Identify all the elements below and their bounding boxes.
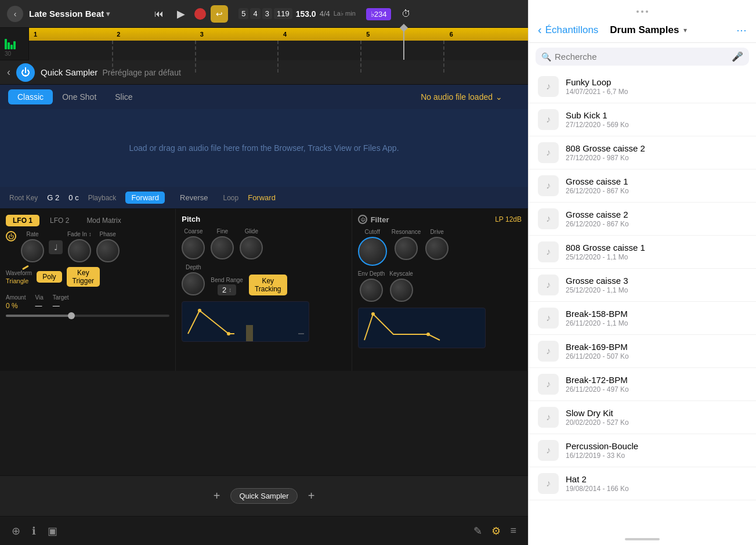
settings-icon[interactable]: ⚙ [491,525,501,537]
note-toggle[interactable]: ♩ [49,231,63,254]
mod-matrix-tab[interactable]: Mod Matrix [79,215,128,226]
list-item[interactable]: ♪ Break-158-BPM 26/11/2020 - 1,1 Mo [529,302,756,335]
add-track-left-button[interactable]: + [210,486,224,506]
glide-knob[interactable] [240,236,263,259]
bend-range-control[interactable]: 2 ↕ [218,284,236,295]
filter-title: Filter [371,215,389,224]
key-tracking-button[interactable]: KeyTracking [249,275,287,295]
beat-1: 1 [34,31,112,38]
back-button[interactable]: ‹ [7,6,23,22]
list-item[interactable]: ♪ Break-172-BPM 26/11/2020 - 497 Ko [529,368,756,401]
browser-back-button[interactable]: ‹ [538,23,542,37]
list-item[interactable]: ♪ Hat 2 19/08/2014 - 166 Ko [529,467,756,500]
play-button[interactable]: ▶ [172,5,190,23]
layout-icon[interactable]: ▣ [48,525,57,537]
file-name: Grosse caisse 3 [566,276,747,286]
loop-value[interactable]: Forward [248,193,276,202]
beat-digit-3: 3 [262,8,272,19]
keyscale-knob[interactable] [390,279,413,302]
file-icon: ♪ [538,407,559,428]
record-button[interactable] [194,8,206,20]
amount-value: 0 % [6,302,26,310]
waveform-area: Load or drag an audio file here from the… [0,109,528,187]
rate-param: Rate [21,231,44,262]
beat-digit-4: 119 [274,8,292,19]
vu-bar-1 [5,39,7,49]
sampler-area: Classic One Shot Slice No audio file loa… [0,85,528,208]
file-icon: ♪ [538,109,559,130]
file-icon: ♪ [538,175,559,196]
info-icon[interactable]: ℹ [32,525,36,537]
timeline-gold-bar: 1 2 3 4 5 6 [29,28,528,41]
list-item[interactable]: ♪ Grosse caisse 1 26/12/2020 - 867 Ko [529,169,756,203]
lfo2-tab[interactable]: LFO 2 [43,215,76,226]
project-title-chevron[interactable]: ▾ [106,10,110,18]
fade-in-knob[interactable] [68,239,91,262]
glide-param: Glide [240,228,263,259]
list-item[interactable]: ♪ 808 Grosse caisse 2 27/12/2020 - 987 K… [529,136,756,169]
resonance-knob[interactable] [395,237,418,260]
fine-knob[interactable] [211,236,234,259]
cutoff-param: Cutoff [358,229,387,266]
browser-title-chevron-icon[interactable]: ▾ [683,26,687,34]
search-input[interactable] [555,52,728,62]
env-depth-knob[interactable] [360,279,383,302]
rate-knob[interactable] [21,239,44,262]
file-icon: ♪ [538,241,559,262]
file-name: Break-169-BPM [566,342,747,352]
lfo-power-indicator[interactable]: ⏻ [6,231,16,241]
reverse-button[interactable]: Reverse [174,192,214,204]
depth-knob[interactable] [182,272,205,295]
file-name: Grosse caisse 2 [566,210,747,219]
loop-button[interactable]: ↩ [211,5,228,23]
mic-icon[interactable]: 🎤 [732,51,743,62]
file-icon: ♪ [538,440,559,461]
plugin-back-button[interactable]: ‹ [7,66,10,78]
coarse-knob[interactable] [182,236,205,259]
tempo-value: 153.0 [296,9,316,19]
via-value: — [35,302,43,310]
file-meta: 26/12/2020 - 867 Ko [566,220,747,228]
list-item[interactable]: ♪ Grosse caisse 2 26/12/2020 - 867 Ko [529,203,756,236]
beat-5: 5 [366,31,444,38]
list-item[interactable]: ♪ Funky Loop 14/07/2021 - 6,7 Mo [529,70,756,103]
file-icon: ♪ [538,308,559,329]
lfo1-tab[interactable]: LFO 1 [6,215,39,226]
pencil-icon[interactable]: ✎ [473,525,482,537]
mixer-icon[interactable]: ≡ [510,525,516,537]
forward-button[interactable]: Forward [125,192,165,204]
list-item[interactable]: ♪ Sub Kick 1 27/12/2020 - 569 Ko [529,103,756,136]
list-item[interactable]: ♪ Break-169-BPM 26/11/2020 - 507 Ko [529,335,756,368]
svg-rect-2 [246,325,253,341]
tab-slice[interactable]: Slice [106,89,142,104]
drive-knob[interactable] [425,237,448,260]
add-track-icon[interactable]: ⊕ [12,525,20,537]
file-meta: 26/11/2020 - 507 Ko [566,352,747,360]
empty-space [0,371,528,475]
waveform-label: Waveform [6,270,32,276]
browser-title: Drum Samples [610,24,679,36]
filter-power-button[interactable]: ⏻ [358,215,367,224]
browser-breadcrumb[interactable]: Échantillons [545,24,599,36]
key-trigger-button[interactable]: KeyTrigger [67,267,100,287]
file-name: Break-172-BPM [566,375,747,385]
track-chip[interactable]: Quick Sampler [230,488,297,504]
phase-knob[interactable] [96,239,120,262]
pitch-envelope-svg [182,302,309,342]
poly-button[interactable]: Poly [37,271,62,283]
list-item[interactable]: ♪ Slow Dry Kit 20/02/2020 - 527 Ko [529,401,756,434]
rewind-button[interactable]: ⏮ [150,5,168,23]
plugin-power-button[interactable]: ⏻ [16,63,35,82]
tab-classic[interactable]: Classic [8,89,53,104]
key-badge: ♭234 [366,8,392,20]
file-icon: ♪ [538,76,559,97]
add-track-right-button[interactable]: + [305,486,319,506]
cutoff-knob[interactable] [358,237,387,266]
waveform-value[interactable]: Triangle [6,277,32,284]
tab-one-shot[interactable]: One Shot [53,89,106,104]
list-item[interactable]: ♪ 808 Grosse caisse 1 25/12/2020 - 1,1 M… [529,236,756,269]
browser-more-button[interactable]: ⋯ [736,24,747,37]
amount-slider-thumb[interactable] [68,312,75,319]
list-item[interactable]: ♪ Grosse caisse 3 25/12/2020 - 1,1 Mo [529,269,756,302]
list-item[interactable]: ♪ Percussion-Boucle 16/12/2019 - 33 Ko [529,434,756,467]
